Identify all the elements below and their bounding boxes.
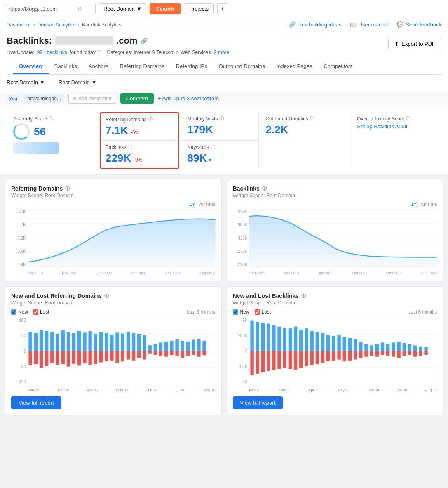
svg-rect-134 [332, 351, 335, 361]
svg-rect-122 [266, 351, 270, 371]
backlinks-info-icon[interactable]: ⓘ [128, 144, 132, 150]
tab-overview[interactable]: Overview [13, 59, 49, 74]
new-lost-domains-title: New and Lost Referring Domains ⓘ [11, 292, 216, 299]
backlinks-new-checkbox[interactable] [233, 309, 238, 315]
ref-chart-1y[interactable]: 1Y [190, 202, 195, 207]
domains-bar-y-labels: 160 80 0 -80 -160 [11, 318, 26, 384]
user-manual-link[interactable]: 📖 User manual [350, 21, 389, 28]
backlinks-chart-1y[interactable]: 1Y [411, 202, 416, 207]
backlinks-lost-checkbox[interactable] [255, 309, 260, 315]
backlinks-count-link[interactable]: 99+ backlinks [37, 50, 67, 55]
referring-domains-value: 7.1K -6% [106, 124, 174, 137]
backlinks-view-report-btn[interactable]: View full report [233, 396, 283, 409]
lost-checkbox[interactable] [33, 309, 38, 315]
keywords-dropdown-icon[interactable]: ▾ [209, 156, 211, 163]
svg-rect-49 [34, 351, 38, 364]
metric-referring-domains: Referring Domains ⓘ 7.1K -6% [101, 113, 178, 141]
svg-rect-31 [115, 332, 119, 351]
visits-info-icon[interactable]: ⓘ [219, 116, 224, 122]
svg-rect-41 [170, 341, 173, 351]
svg-rect-129 [305, 351, 308, 366]
svg-rect-135 [337, 351, 340, 360]
new-lost-backlinks-title: New and Lost Backlinks ⓘ [233, 292, 437, 299]
new-lost-backlinks-info-icon[interactable]: ⓘ [301, 293, 306, 299]
svg-rect-121 [261, 351, 264, 372]
root-domain-dropdown[interactable]: Root Domain ▼ [99, 3, 146, 14]
svg-rect-37 [148, 345, 151, 351]
backlinks-chart-time-selector: 1Y All Time [233, 202, 437, 207]
svg-rect-111 [386, 344, 389, 351]
send-feedback-link[interactable]: 💬 Send feedback [397, 21, 441, 28]
svg-rect-29 [105, 333, 108, 351]
search-button[interactable]: Search [150, 3, 181, 14]
svg-rect-57 [77, 351, 81, 365]
tab-anchors[interactable]: Anchors [83, 59, 114, 74]
ref-chart-info-icon[interactable]: ⓘ [65, 186, 70, 192]
metric-outbound-domains: Outbound Domains ⓘ 2.2K [259, 112, 350, 169]
tab-referring-domains[interactable]: Referring Domains [114, 59, 170, 74]
ref-chart-all-time[interactable]: All Time [199, 202, 215, 207]
svg-rect-43 [181, 341, 184, 351]
filter-dropdown-1[interactable]: Root Domain ▼ [7, 79, 45, 85]
external-link-icon[interactable]: 🔗 [141, 38, 148, 44]
tab-referring-ips[interactable]: Referring IPs [170, 59, 213, 74]
svg-rect-16 [34, 333, 38, 351]
tab-indexed-pages[interactable]: Indexed Pages [271, 59, 318, 74]
more-categories-link[interactable]: 9 more [214, 50, 229, 55]
svg-rect-59 [88, 351, 91, 365]
svg-rect-112 [392, 342, 395, 351]
svg-rect-105 [353, 339, 357, 351]
svg-rect-67 [132, 351, 135, 361]
setup-backlink-audit-link[interactable]: Set up Backlink Audit [357, 123, 407, 130]
svg-rect-33 [127, 332, 130, 351]
breadcrumb-domain-analytics[interactable]: Domain Analytics [38, 22, 75, 28]
backlinks-chart-widget: Backlinks ⓘ Widget Scope: Root Domain 1Y… [227, 179, 443, 281]
live-update-info-icon[interactable]: ⓘ [97, 50, 101, 55]
compare-button[interactable]: Compare [120, 93, 154, 104]
ref-domains-svg [28, 209, 216, 267]
toxicity-info-icon[interactable]: ⓘ [406, 116, 410, 122]
tab-outbound-domains[interactable]: Outbound Domains [213, 59, 271, 74]
export-button[interactable]: ⬆ Export to PDF [388, 38, 441, 50]
projects-button[interactable]: Projects [184, 3, 214, 14]
ref-domains-info-icon[interactable]: ⓘ [148, 116, 153, 123]
svg-rect-91 [277, 327, 281, 351]
tab-backlinks[interactable]: Backlinks [49, 59, 83, 74]
svg-rect-127 [293, 351, 297, 370]
authority-info-icon[interactable]: ⓘ [49, 116, 53, 122]
new-checkbox[interactable] [11, 309, 16, 315]
url-input[interactable] [9, 6, 75, 12]
svg-rect-70 [148, 351, 151, 354]
svg-rect-130 [310, 351, 313, 365]
live-update-label: Live Update: [7, 50, 34, 55]
svg-rect-115 [408, 344, 411, 351]
backlinks-chart-info-icon[interactable]: ⓘ [262, 186, 267, 192]
add-competitor-placeholder: Add competitor [78, 96, 112, 101]
new-lost-domains-info-icon[interactable]: ⓘ [104, 293, 109, 299]
backlinks-chart-all-time[interactable]: All Time [421, 202, 437, 207]
svg-rect-74 [170, 351, 173, 355]
domains-view-report-btn[interactable]: View full report [11, 396, 61, 409]
keywords-info-icon[interactable]: ⓘ [211, 144, 215, 150]
domains-period: Last 6 months [187, 309, 215, 314]
outbound-info-icon[interactable]: ⓘ [310, 116, 314, 122]
backlinks-lost-legend: Lost [255, 309, 271, 315]
add-competitor-input[interactable]: Add competitor [68, 94, 116, 104]
backlinks-period: Last 6 months [408, 309, 437, 314]
breadcrumb-dashboard[interactable]: Dashboard [7, 22, 31, 28]
filter-dropdown-2[interactable]: Root Domain ▼ [59, 79, 97, 85]
add-button[interactable]: + [217, 3, 228, 14]
close-icon[interactable]: ✕ [77, 6, 82, 12]
svg-rect-148 [408, 351, 411, 355]
metric-group-highlighted: Referring Domains ⓘ 7.1K -6% Backlinks ⓘ… [100, 112, 179, 169]
svg-rect-136 [342, 351, 346, 361]
svg-rect-143 [380, 351, 384, 355]
url-input-wrapper: ✕ [5, 4, 96, 14]
nav-actions: 🔗 Link building ideas 📖 User manual 💬 Se… [289, 21, 441, 28]
filter1-label: Root Domain [7, 79, 38, 85]
tab-competitors[interactable]: Competitors [318, 59, 358, 74]
ref-domains-change: -6% [131, 130, 139, 135]
link-building-link[interactable]: 🔗 Link building ideas [289, 21, 342, 28]
svg-rect-100 [326, 335, 329, 351]
add-competitors-link[interactable]: + Add up to 3 competitors [158, 95, 219, 101]
